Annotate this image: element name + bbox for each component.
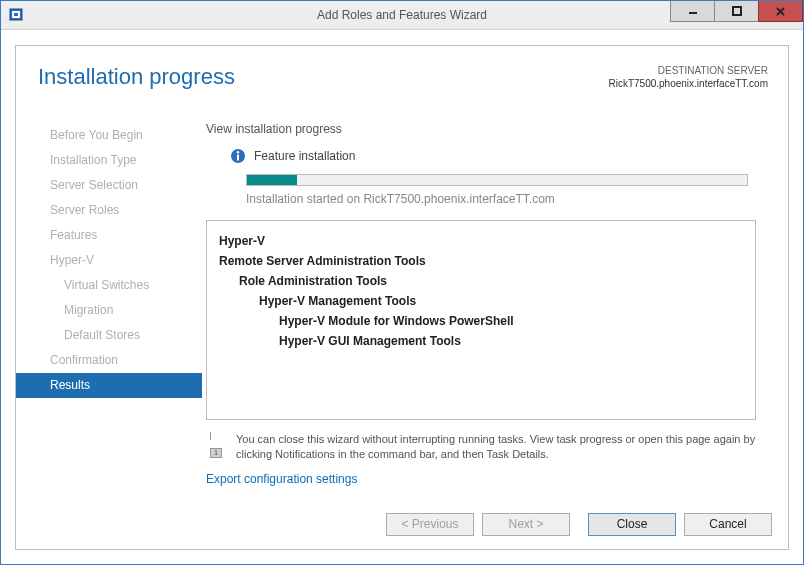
wizard-main: View installation progress Feature insta… xyxy=(202,110,788,499)
sidebar-item: Default Stores xyxy=(16,323,202,348)
sidebar-item: Virtual Switches xyxy=(16,273,202,298)
tree-item: Hyper-V GUI Management Tools xyxy=(279,331,743,351)
svg-point-9 xyxy=(237,151,239,153)
sidebar-item: Server Selection xyxy=(16,173,202,198)
tree-item: Remote Server Administration Tools xyxy=(219,251,743,271)
close-window-button[interactable] xyxy=(758,1,803,22)
sidebar-item: Features xyxy=(16,223,202,248)
sidebar-item: Before You Begin xyxy=(16,123,202,148)
sidebar-item: Installation Type xyxy=(16,148,202,173)
wizard-sidebar: Before You BeginInstallation TypeServer … xyxy=(16,110,202,499)
sidebar-item: Confirmation xyxy=(16,348,202,373)
minimize-icon xyxy=(688,6,698,16)
close-icon xyxy=(775,6,786,17)
tree-item: Hyper-V xyxy=(219,231,743,251)
destination-label: DESTINATION SERVER xyxy=(608,64,768,77)
sidebar-item: Hyper-V xyxy=(16,248,202,273)
progress-message: Installation started on RickT7500.phoeni… xyxy=(246,192,772,206)
sidebar-item: Server Roles xyxy=(16,198,202,223)
notification-flag-icon: 1 xyxy=(206,434,226,454)
export-settings-link[interactable]: Export configuration settings xyxy=(206,472,772,486)
app-icon xyxy=(9,7,25,23)
tree-item: Hyper-V Module for Windows PowerShell xyxy=(279,311,743,331)
page-heading: Installation progress xyxy=(38,64,235,90)
tree-item: Role Administration Tools xyxy=(239,271,743,291)
destination-server: DESTINATION SERVER RickT7500.phoenix.int… xyxy=(608,64,768,90)
wizard-note: 1 You can close this wizard without inte… xyxy=(206,432,756,462)
next-button[interactable]: Next > xyxy=(482,513,570,536)
progress-status: Feature installation xyxy=(254,149,355,163)
previous-button[interactable]: < Previous xyxy=(386,513,474,536)
svg-rect-3 xyxy=(689,12,697,14)
maximize-button[interactable] xyxy=(714,1,759,22)
minimize-button[interactable] xyxy=(670,1,715,22)
destination-value: RickT7500.phoenix.interfaceTT.com xyxy=(608,77,768,90)
sidebar-item: Results xyxy=(16,373,202,398)
sidebar-item: Migration xyxy=(16,298,202,323)
wizard-footer: < Previous Next > Close Cancel xyxy=(16,499,788,549)
maximize-icon xyxy=(732,6,742,16)
note-text: You can close this wizard without interr… xyxy=(236,432,756,462)
view-heading: View installation progress xyxy=(206,122,772,136)
feature-tree: Hyper-VRemote Server Administration Tool… xyxy=(206,220,756,420)
svg-rect-8 xyxy=(237,155,239,161)
tree-item: Hyper-V Management Tools xyxy=(259,291,743,311)
close-button[interactable]: Close xyxy=(588,513,676,536)
svg-rect-4 xyxy=(733,7,741,15)
progress-bar xyxy=(246,174,748,186)
wizard-panel: Installation progress DESTINATION SERVER… xyxy=(15,45,789,550)
svg-rect-2 xyxy=(14,13,18,16)
cancel-button[interactable]: Cancel xyxy=(684,513,772,536)
info-icon xyxy=(230,148,246,164)
titlebar[interactable]: Add Roles and Features Wizard xyxy=(1,1,803,30)
